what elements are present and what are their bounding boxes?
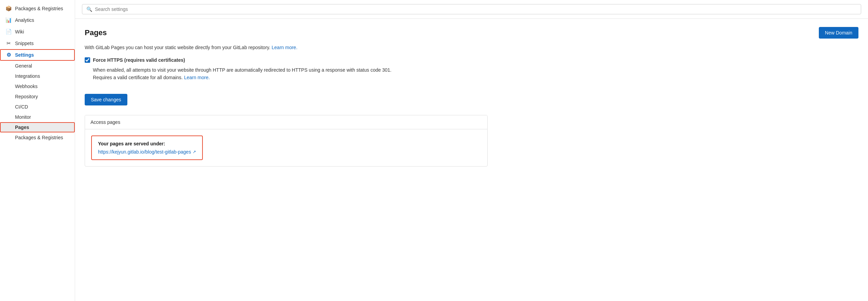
sidebar-sub-label: Webhooks xyxy=(15,84,38,89)
save-changes-button[interactable]: Save changes xyxy=(85,94,127,105)
force-https-checkbox[interactable] xyxy=(85,57,90,63)
pages-header: Pages New Domain xyxy=(85,27,858,39)
sidebar-sub-webhooks[interactable]: Webhooks xyxy=(0,81,75,91)
packages-registries-icon: 📦 xyxy=(5,5,12,12)
sidebar-item-analytics[interactable]: 📊 Analytics xyxy=(0,14,75,26)
sidebar-item-label: Packages & Registries xyxy=(15,6,63,11)
force-https-description: When enabled, all attempts to visit your… xyxy=(85,66,392,82)
settings-icon: ⚙ xyxy=(5,52,12,58)
analytics-icon: 📊 xyxy=(5,17,12,23)
snippets-icon: ✂ xyxy=(5,40,12,46)
sidebar-sub-packages-registries[interactable]: Packages & Registries xyxy=(0,132,75,143)
access-header: Access pages xyxy=(85,115,487,129)
sidebar-item-label: Snippets xyxy=(15,41,33,46)
sidebar-item-label: Settings xyxy=(15,52,34,58)
page-title: Pages xyxy=(85,28,107,37)
sidebar-item-wiki[interactable]: 📄 Wiki xyxy=(0,26,75,38)
learn-more-link[interactable]: Learn more. xyxy=(272,45,297,50)
sidebar-item-packages-registries[interactable]: 📦 Packages & Registries xyxy=(0,3,75,14)
sidebar-sub-label: Integrations xyxy=(15,73,40,79)
sidebar-item-snippets[interactable]: ✂ Snippets xyxy=(0,38,75,49)
sidebar-item-label: Analytics xyxy=(15,17,34,23)
content-area: Pages New Domain With GitLab Pages you c… xyxy=(75,19,868,301)
force-https-label-text: Force HTTPS (requires valid certificates… xyxy=(93,57,185,63)
sidebar: 📦 Packages & Registries 📊 Analytics 📄 Wi… xyxy=(0,0,75,301)
force-https-label[interactable]: Force HTTPS (requires valid certificates… xyxy=(85,57,858,63)
sidebar-sub-integrations[interactable]: Integrations xyxy=(0,71,75,81)
force-https-section: Force HTTPS (requires valid certificates… xyxy=(85,57,858,82)
search-input[interactable] xyxy=(95,6,857,12)
access-content: Your pages are served under: https://kej… xyxy=(85,129,487,166)
force-https-learn-more-link[interactable]: Learn more. xyxy=(184,75,210,80)
sidebar-sub-label: Monitor xyxy=(15,114,31,120)
pages-served-box: Your pages are served under: https://kej… xyxy=(91,135,203,160)
pages-served-label: Your pages are served under: xyxy=(98,141,196,146)
external-link-icon: ↗ xyxy=(193,149,196,154)
sidebar-sub-label: CI/CD xyxy=(15,104,28,110)
sidebar-sub-label: General xyxy=(15,63,32,69)
main-area: 🔍 Pages New Domain With GitLab Pages you… xyxy=(75,0,868,301)
new-domain-button[interactable]: New Domain xyxy=(819,27,858,39)
wiki-icon: 📄 xyxy=(5,29,12,35)
sidebar-sub-monitor[interactable]: Monitor xyxy=(0,112,75,122)
sidebar-sub-pages[interactable]: Pages xyxy=(0,122,75,132)
sidebar-sub-label: Packages & Registries xyxy=(15,135,63,140)
search-input-wrapper: 🔍 xyxy=(82,4,861,14)
search-bar: 🔍 xyxy=(75,0,868,19)
sidebar-sub-repository[interactable]: Repository xyxy=(0,91,75,102)
access-section: Access pages Your pages are served under… xyxy=(85,115,488,167)
sidebar-sub-cicd[interactable]: CI/CD xyxy=(0,102,75,112)
search-icon: 🔍 xyxy=(86,6,92,12)
sidebar-item-settings[interactable]: ⚙ Settings xyxy=(0,49,75,61)
sidebar-sub-label: Pages xyxy=(15,125,29,130)
sidebar-sub-label: Repository xyxy=(15,94,38,99)
pages-url-link[interactable]: https://kejyun.gitlab.io/blog/test-gitla… xyxy=(98,149,196,155)
sidebar-sub-general[interactable]: General xyxy=(0,61,75,71)
pages-description: With GitLab Pages you can host your stat… xyxy=(85,44,858,51)
sidebar-item-label: Wiki xyxy=(15,29,24,34)
pages-url-text: https://kejyun.gitlab.io/blog/test-gitla… xyxy=(98,149,191,155)
